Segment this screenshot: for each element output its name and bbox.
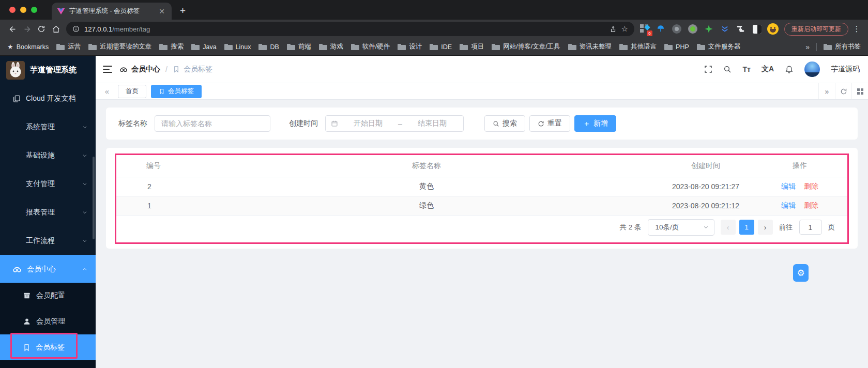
sidebar-item-member-manage[interactable]: 会员管理 [0, 309, 96, 334]
close-window-button[interactable] [9, 7, 16, 13]
bookmark-folder[interactable]: 运营 [56, 42, 81, 51]
sidebar-item-label: 会员标签 [36, 343, 65, 352]
zoom-window-button[interactable] [31, 7, 37, 13]
bookmark-folder[interactable]: 软件/硬件 [351, 42, 390, 51]
add-button[interactable]: ＋ 新增 [574, 115, 616, 132]
reader-extension-icon[interactable] [751, 23, 763, 35]
forward-icon[interactable] [20, 22, 34, 36]
refresh-page-icon[interactable] [835, 83, 851, 99]
page-1-button[interactable]: 1 [739, 220, 754, 235]
folder-icon [319, 44, 327, 50]
tab-member-tag[interactable]: 会员标签 [151, 85, 202, 98]
chrome-menu-icon[interactable]: ⋮ [852, 24, 861, 34]
sidebar-logo[interactable]: 芋道管理系统 [0, 56, 96, 84]
bookmark-folder[interactable]: 项目 [460, 42, 484, 51]
delete-link[interactable]: 删除 [804, 182, 818, 190]
minimize-window-button[interactable] [20, 7, 26, 13]
bookmark-folder[interactable]: Java [191, 43, 216, 51]
breadcrumb-parent[interactable]: 会员中心 [131, 65, 160, 74]
edit-link[interactable]: 编辑 [781, 182, 796, 190]
create-time-range-input[interactable]: 开始日期 – 结束日期 [325, 115, 464, 132]
chrome-update-button[interactable]: 重新启动即可更新 [784, 23, 848, 36]
refresh-icon [538, 120, 544, 127]
sidebar-item-label: 会员中心 [27, 265, 77, 274]
reset-button[interactable]: 重置 [529, 115, 570, 132]
username[interactable]: 芋道源码 [831, 65, 860, 74]
double-chevron-extension-icon[interactable] [719, 23, 731, 35]
sidebar-item-report[interactable]: 报表管理 [0, 198, 96, 226]
edit-link[interactable]: 编辑 [781, 201, 796, 209]
next-page-button[interactable]: › [758, 220, 773, 235]
sidebar-item-cloud-doc[interactable]: Cloud 开发文档 [0, 84, 96, 113]
sidebar-scrollbar[interactable] [93, 157, 95, 239]
sidebar-item-pay[interactable]: 支付管理 [0, 170, 96, 198]
fullscreen-icon[interactable] [704, 65, 712, 73]
bookmark-folder[interactable]: 网站/博客/文章/工具 [492, 42, 560, 51]
bookmark-folder[interactable]: 设计 [398, 42, 422, 51]
sidebar-item-infra[interactable]: 基础设施 [0, 141, 96, 170]
sidebar-item-workflow[interactable]: 工作流程 [0, 226, 96, 255]
page-size-select[interactable]: 10条/页 [648, 219, 714, 236]
folder-icon [224, 44, 233, 50]
sidebar-item-member-center[interactable]: 会员中心 [0, 255, 96, 283]
bell-icon[interactable] [785, 65, 794, 74]
tag-name-input[interactable] [155, 115, 270, 132]
tab-home[interactable]: 首页 [118, 85, 146, 98]
sidebar-item-system[interactable]: 系统管理 [0, 113, 96, 141]
balloon-extension-icon[interactable] [654, 23, 667, 35]
browser-tab[interactable]: 芋道管理系统 - 会员标签 ✕ [52, 3, 172, 20]
search-icon[interactable] [723, 65, 732, 73]
extensions-puzzle-icon[interactable] [735, 23, 747, 35]
bookmark-folder[interactable]: IDE [430, 43, 452, 51]
delete-link[interactable]: 删除 [804, 201, 818, 209]
bookmark-folder[interactable]: 前端 [287, 42, 311, 51]
gray-circle-extension-icon[interactable] [671, 23, 683, 35]
bookmark-folder[interactable]: 搜索 [159, 42, 184, 51]
search-button[interactable]: 搜索 [484, 115, 525, 132]
tags-scroll-right-icon[interactable]: » [818, 83, 835, 99]
sidebar-item-label: Cloud 开发文档 [26, 94, 75, 103]
reload-icon[interactable] [34, 22, 49, 36]
sidebar-item-label: 会员管理 [36, 317, 65, 326]
proxy-extension-icon[interactable]: 6 [638, 23, 651, 35]
bookmark-folder[interactable]: 近期需要读的文章 [88, 42, 151, 51]
bookmark-folder[interactable]: 资讯未整理 [568, 42, 612, 51]
green-star-extension-icon[interactable] [703, 23, 715, 35]
bookmarks-overflow-icon[interactable]: » [805, 43, 810, 51]
user-avatar[interactable] [804, 62, 820, 77]
sidebar-item-member-config[interactable]: 会员配置 [0, 283, 96, 309]
sidebar-item-member-tag[interactable]: 会员标签 [0, 334, 96, 360]
bookmarks-manager-item[interactable]: ★ Bookmarks [7, 43, 49, 51]
menu-fold-icon[interactable] [103, 66, 112, 73]
all-bookmarks-folder[interactable]: 所有书签 [824, 42, 861, 51]
tab-strip: 芋道管理系统 - 会员标签 ✕ + [0, 0, 868, 20]
goto-page-input[interactable] [799, 220, 822, 235]
bookmark-star-icon[interactable]: ☆ [621, 24, 628, 34]
locale-icon[interactable]: 文A [762, 65, 774, 74]
bookmark-folder[interactable]: 游戏 [319, 42, 343, 51]
font-size-icon[interactable]: Tт [742, 65, 750, 73]
back-icon[interactable] [5, 22, 20, 36]
bookmark-folder[interactable]: Linux [224, 43, 251, 51]
site-info-icon[interactable] [72, 25, 80, 33]
home-icon[interactable] [49, 22, 63, 36]
bookmark-folder[interactable]: DB [258, 43, 279, 51]
tab-close-icon[interactable]: ✕ [157, 7, 166, 16]
plus-icon: ＋ [583, 119, 590, 129]
address-bar[interactable]: 127.0.0.1/member/tag ☆ [66, 22, 634, 36]
bookmark-folder[interactable]: 文件服务器 [697, 42, 741, 51]
vue-favicon-icon [57, 7, 65, 16]
prev-page-button[interactable]: ‹ [721, 220, 736, 235]
tags-scroll-left-icon[interactable]: « [101, 87, 113, 96]
green-dot-extension-icon[interactable] [687, 23, 699, 35]
profile-avatar-icon[interactable] [767, 23, 779, 35]
layout-grid-icon[interactable] [851, 83, 868, 99]
end-date-placeholder: 结束日期 [406, 119, 458, 128]
settings-fab[interactable]: ⚙ [793, 264, 809, 282]
new-tab-button[interactable]: + [180, 5, 186, 17]
cell-actions: 编辑删除 [752, 177, 847, 196]
bookmark-folder[interactable]: PHP [664, 43, 689, 51]
share-icon[interactable] [610, 25, 617, 33]
bookmark-folder[interactable]: 其他语言 [619, 42, 657, 51]
folder-icon [664, 44, 673, 50]
